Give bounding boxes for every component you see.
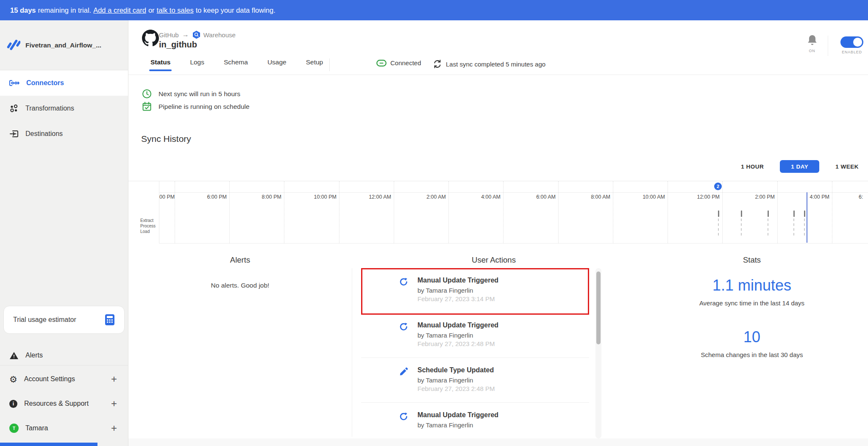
sidebar-item-label: Destinations (25, 130, 63, 138)
page-bottom-band (128, 438, 868, 446)
scrollbar-thumb[interactable] (596, 271, 601, 344)
banner-text: to keep your data flowing. (196, 6, 275, 14)
last-sync-label: Last sync completed 5 minutes ago (446, 61, 545, 68)
tab-logs[interactable]: Logs (189, 57, 206, 71)
sidebar-item-user-menu[interactable]: T Tamara + (0, 418, 128, 439)
user-action-item[interactable]: Schedule Type Updated by Tamara Fingerli… (361, 358, 589, 403)
time-axis-label: 2:00 AM (410, 194, 446, 200)
range-1-day-button[interactable]: 1 DAY (780, 160, 819, 173)
trial-days-remaining: 15 days (10, 6, 36, 14)
gear-icon: ⚙ (9, 375, 17, 384)
sidebar-item-label: Alerts (25, 352, 117, 359)
notifications-control[interactable]: ON (801, 35, 823, 53)
summary-panels: Alerts No alerts. Good job! User Actions… (128, 248, 868, 446)
current-time-line (807, 192, 807, 243)
gridline (284, 181, 284, 243)
sidebar: Fivetran_and_Airflow_... Connectors (0, 20, 128, 446)
trial-usage-estimator[interactable]: Trial usage estimator (3, 306, 125, 334)
sync-history-title: Sync History (141, 134, 191, 144)
expand-plus-icon[interactable]: + (111, 422, 117, 434)
user-action-author: by Tamara Fingerlin (417, 287, 589, 294)
pencil-icon (399, 367, 408, 376)
header-bottom-border (128, 75, 868, 75)
time-axis-label: 10:00 AM (629, 194, 665, 200)
header-divider (828, 36, 828, 56)
row-label-load: Load (140, 229, 156, 234)
connectors-icon (9, 79, 19, 87)
event-count-badge[interactable]: 2 (714, 183, 722, 190)
sidebar-item-label: Transformations (25, 105, 74, 112)
chart-row-labels: Extract Process Load (140, 218, 156, 234)
time-axis-label: 10:00 PM (301, 194, 337, 200)
range-1-week-button[interactable]: 1 WEEK (835, 160, 859, 173)
time-axis-label: 12:00 PM (684, 194, 720, 200)
toggle-knob (853, 38, 862, 47)
schema-changes-value: 10 (636, 328, 868, 346)
next-sync-label: Next sync will run in 5 hours (159, 90, 240, 98)
tab-schema[interactable]: Schema (223, 57, 249, 71)
trial-usage-estimator-label: Trial usage estimator (13, 316, 76, 324)
chart-line (159, 192, 868, 193)
sidebar-item-connectors[interactable]: Connectors (0, 70, 128, 96)
tab-usage[interactable]: Usage (266, 57, 288, 71)
sync-history-chart: Extract Process Load 00 P (128, 181, 868, 244)
user-actions-scrollbar[interactable] (595, 268, 601, 438)
fivetran-connector-status-page: 15 days remaining in trial. Add a credit… (0, 0, 868, 446)
refresh-icon (399, 412, 408, 421)
sidebar-item-label: Tamara (25, 424, 111, 432)
refresh-icon (399, 322, 408, 331)
sidebar-item-resources-support[interactable]: i Resources & Support + (0, 393, 128, 414)
gridline (613, 181, 613, 243)
user-action-author: by Tamara Fingerlin (417, 421, 589, 429)
expand-plus-icon[interactable]: + (111, 398, 117, 410)
sidebar-item-destinations[interactable]: Destinations (0, 121, 128, 147)
sidebar-item-transformations[interactable]: Transformations (0, 96, 128, 121)
link-connected-icon (376, 60, 387, 66)
calculator-icon (105, 314, 115, 326)
breadcrumb-destination[interactable]: Warehouse (203, 31, 236, 39)
sidebar-item-label: Connectors (26, 79, 64, 87)
gridline (339, 181, 339, 243)
chart-line (159, 243, 868, 244)
time-axis-label: 12:00 AM (356, 194, 391, 200)
enabled-toggle[interactable] (840, 36, 863, 48)
sidebar-item-label: Resources & Support (24, 400, 111, 407)
header-divider (329, 58, 330, 71)
user-action-author: by Tamara Fingerlin (417, 332, 589, 339)
range-1-hour-button[interactable]: 1 HOUR (741, 160, 764, 173)
user-action-date: February 27, 2023 3:14 PM (417, 295, 589, 302)
account-switcher[interactable]: Fivetran_and_Airflow_... (0, 20, 128, 70)
calendar-check-icon (142, 102, 152, 111)
gridline (777, 181, 778, 243)
user-action-item[interactable]: Manual Update Triggered by Tamara Finger… (361, 313, 589, 358)
account-name: Fivetran_and_Airflow_... (25, 42, 101, 49)
gridline (558, 181, 559, 243)
expand-plus-icon[interactable]: + (111, 373, 117, 385)
sidebar-item-alerts[interactable]: Alerts (0, 345, 128, 366)
banner-text: or (148, 6, 155, 14)
tab-status[interactable]: Status (149, 57, 172, 71)
avg-sync-time-value: 1.1 minutes (636, 277, 868, 294)
avg-sync-time-caption: Average sync time in the last 14 days (636, 299, 868, 307)
user-action-date: February 27, 2023 2:48 PM (417, 385, 589, 392)
sidebar-item-account-settings[interactable]: ⚙ Account Settings + (0, 368, 128, 390)
breadcrumb-source[interactable]: GitHub (159, 31, 179, 39)
alerts-panel-title: Alerts (128, 255, 352, 265)
connection-status: Connected (376, 59, 421, 66)
stats-panel-title: Stats (636, 255, 868, 265)
no-alerts-message: No alerts. Good job! (128, 282, 352, 289)
gridline (175, 181, 175, 243)
breadcrumb: GitHub → Warehouse (159, 30, 236, 39)
schema-changes-caption: Schema changes in the last 30 days (636, 351, 868, 358)
time-axis-label: 2:00 PM (739, 194, 775, 200)
user-action-title: Manual Update Triggered (417, 277, 589, 284)
time-axis-label: 6:00 PM (191, 194, 227, 200)
user-action-item[interactable]: Manual Update Triggered by Tamara Finger… (361, 268, 589, 313)
add-credit-card-link[interactable]: Add a credit card (93, 6, 146, 14)
sidebar-divider (0, 365, 128, 366)
sidebar-item-label: Account Settings (24, 375, 111, 383)
user-action-author: by Tamara Fingerlin (417, 377, 589, 384)
tab-setup[interactable]: Setup (305, 57, 325, 71)
time-axis-label: 00 PM (159, 194, 178, 200)
talk-to-sales-link[interactable]: talk to sales (157, 6, 194, 14)
